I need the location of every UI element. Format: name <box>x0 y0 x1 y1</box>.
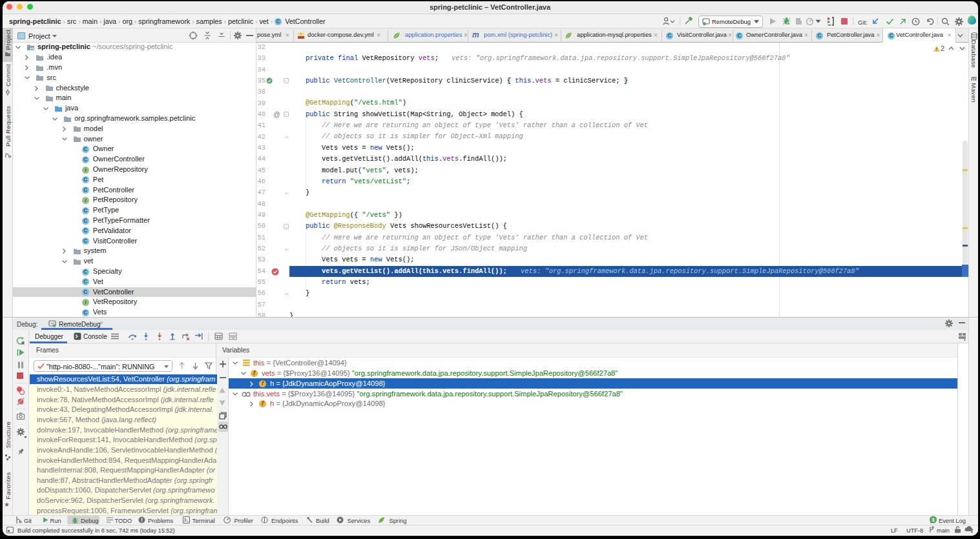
svg-text:1: 1 <box>932 517 934 523</box>
